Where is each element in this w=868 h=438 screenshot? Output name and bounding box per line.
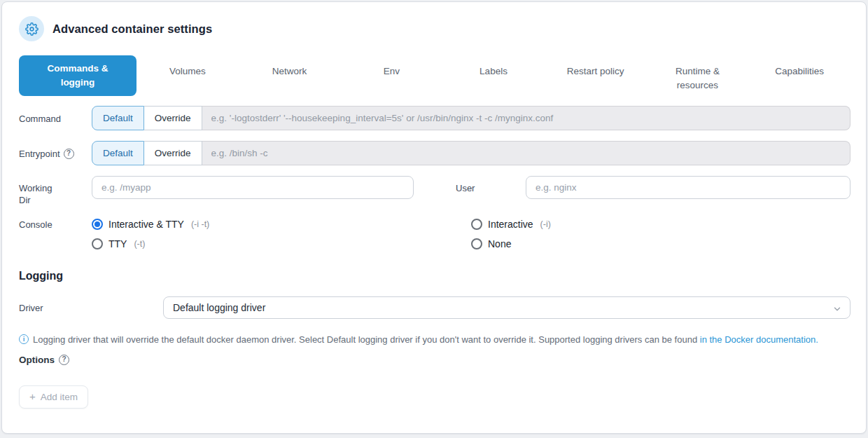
- info-icon: [19, 334, 29, 344]
- radio-icon: [471, 238, 482, 249]
- user-label: User: [456, 176, 526, 194]
- tab-env[interactable]: Env: [340, 55, 442, 96]
- docker-documentation-link[interactable]: in the Docker documentation.: [700, 334, 818, 345]
- tab-runtime-resources[interactable]: Runtime & resources: [647, 55, 749, 96]
- user-field: User: [456, 176, 850, 206]
- radio-tty[interactable]: TTY (-t): [92, 238, 471, 249]
- options-label: Options: [19, 355, 55, 365]
- working-dir-field: Working Dir: [19, 176, 414, 206]
- logging-driver-info: Logging driver that will override the de…: [19, 334, 850, 345]
- entrypoint-input: [202, 141, 850, 165]
- chevron-down-icon: [832, 304, 842, 314]
- working-dir-input[interactable]: [92, 176, 414, 199]
- entrypoint-default-button[interactable]: Default: [92, 141, 144, 165]
- radio-icon: [471, 219, 482, 230]
- add-item-button[interactable]: Add item: [19, 385, 88, 409]
- working-dir-label: Working Dir: [19, 176, 92, 206]
- tab-labels[interactable]: Labels: [442, 55, 545, 96]
- user-input[interactable]: [526, 176, 850, 199]
- command-default-button[interactable]: Default: [92, 106, 144, 130]
- console-label: Console: [19, 217, 92, 231]
- tab-network[interactable]: Network: [239, 55, 341, 96]
- driver-label: Driver: [19, 296, 163, 314]
- options-row: Options: [19, 355, 850, 365]
- radio-icon: [92, 219, 103, 230]
- options-help-icon[interactable]: [59, 355, 69, 365]
- console-options: Interactive & TTY (-i -t) Interactive (-…: [92, 217, 850, 249]
- command-input: [202, 106, 850, 130]
- plus-icon: [29, 392, 36, 402]
- command-label: Command: [19, 106, 92, 125]
- tab-commands-logging[interactable]: Commands & logging: [19, 55, 136, 96]
- radio-icon: [92, 238, 103, 249]
- gear-icon: [19, 16, 44, 41]
- logging-driver-select[interactable]: Default logging driver: [163, 296, 850, 319]
- command-row: Command Default Override: [19, 106, 850, 130]
- commands-form: Command Default Override Entrypoint Defa…: [19, 106, 850, 249]
- card-header: Advanced container settings: [19, 16, 850, 41]
- tab-restart-policy[interactable]: Restart policy: [545, 55, 647, 96]
- driver-row: Driver Default logging driver: [19, 296, 850, 319]
- entrypoint-row: Entrypoint Default Override: [19, 141, 850, 165]
- info-text: Logging driver that will override the de…: [33, 334, 700, 345]
- advanced-container-settings-card: Advanced container settings Commands & l…: [1, 1, 867, 434]
- entrypoint-label: Entrypoint: [19, 141, 92, 160]
- console-row: Console Interactive & TTY (-i -t) Intera…: [19, 217, 850, 249]
- logging-driver-value: Default logging driver: [173, 302, 265, 313]
- settings-tabs: Commands & logging Volumes Network Env L…: [19, 55, 850, 96]
- page-title: Advanced container settings: [52, 22, 212, 36]
- radio-interactive[interactable]: Interactive (-i): [471, 219, 850, 230]
- command-override-button[interactable]: Override: [144, 106, 202, 130]
- logging-section-heading: Logging: [19, 270, 850, 282]
- entrypoint-mode-toggle: Default Override: [92, 141, 202, 165]
- workdir-user-row: Working Dir User: [19, 176, 850, 206]
- tab-volumes[interactable]: Volumes: [136, 55, 239, 96]
- entrypoint-help-icon[interactable]: [64, 149, 74, 159]
- radio-interactive-tty[interactable]: Interactive & TTY (-i -t): [92, 219, 471, 230]
- tab-capabilities[interactable]: Capabilities: [748, 55, 850, 96]
- command-mode-toggle: Default Override: [92, 106, 202, 130]
- radio-none[interactable]: None: [471, 238, 850, 249]
- entrypoint-override-button[interactable]: Override: [144, 141, 202, 165]
